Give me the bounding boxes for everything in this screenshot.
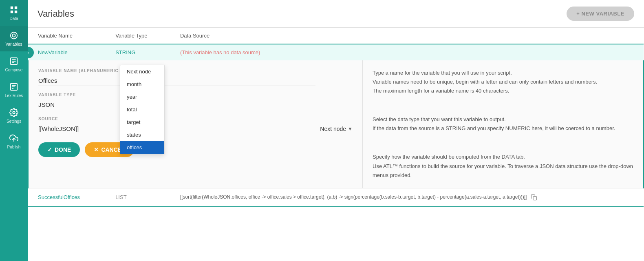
- dropdown-arrow-icon: ▼: [348, 126, 353, 132]
- svg-point-5: [12, 34, 15, 37]
- publish-icon: [9, 133, 19, 143]
- svg-rect-3: [15, 11, 17, 13]
- col-header-name: Variable Name: [28, 28, 106, 44]
- variable-type-field-group: VARIABLE TYPE: [38, 93, 353, 110]
- variables-icon: [9, 31, 19, 40]
- edit-panel-cell: VARIABLE NAME (ALPHANUMERIC ONLY) VARIAB…: [28, 60, 644, 188]
- sidebar-item-variables[interactable]: Variables: [0, 26, 28, 51]
- type-help-text: Select the data type that you want this …: [373, 115, 633, 133]
- main-content: Variables + NEW VARIABLE Variable Name V…: [28, 0, 644, 261]
- name-help-line2: Variable names need to be unique, begin …: [373, 77, 633, 86]
- source-help-text: Specify how the variable should be compu…: [373, 153, 633, 179]
- compose-icon: [9, 56, 19, 66]
- copy-icon[interactable]: [530, 193, 538, 201]
- variables-table: Variable Name Variable Type Data Source …: [28, 28, 644, 207]
- source-input[interactable]: [38, 124, 313, 134]
- dropdown-item-target[interactable]: target: [120, 116, 164, 128]
- edit-help-panel: Type a name for the variable that you wi…: [363, 60, 643, 188]
- sidebar: Data Variables Compose Lex Rules Setting…: [0, 0, 28, 261]
- dropdown-item-offices[interactable]: offices: [120, 141, 164, 154]
- svg-rect-1: [15, 7, 17, 9]
- bottom-row-value: [[sort(filter(WholeJSON.offices, office …: [170, 188, 644, 207]
- name-help-line1: Type a name for the variable that you wi…: [373, 69, 633, 77]
- bottom-row-name: SuccessfulOffices: [28, 188, 106, 207]
- table-row-successful-offices[interactable]: SuccessfulOffices LIST [[sort(filter(Who…: [28, 188, 644, 207]
- source-input-wrap: [38, 124, 313, 134]
- variable-name-label: VARIABLE NAME (ALPHANUMERIC ONLY): [38, 69, 353, 73]
- sidebar-item-compose[interactable]: Compose: [0, 51, 28, 77]
- data-icon: [9, 5, 19, 15]
- expanded-row-name: ‹ NewVariable: [28, 44, 106, 60]
- source-row: Next node ▼: [38, 124, 353, 134]
- variables-table-container: Variable Name Variable Type Data Source …: [28, 28, 644, 261]
- sidebar-variables-label: Variables: [6, 42, 22, 46]
- col-header-source: Data Source: [170, 28, 644, 44]
- type-help-line2: If the data from the source is a STRING …: [373, 124, 633, 133]
- sidebar-data-label: Data: [9, 16, 18, 21]
- col-header-type: Variable Type: [106, 28, 170, 44]
- x-icon: ✕: [94, 146, 99, 153]
- collapse-arrow[interactable]: ‹: [28, 47, 34, 58]
- dropdown-item-next-node[interactable]: Next node: [120, 65, 164, 78]
- edit-panel-row: VARIABLE NAME (ALPHANUMERIC ONLY) VARIAB…: [28, 60, 644, 188]
- dropdown-trigger[interactable]: Next node ▼: [320, 126, 353, 134]
- sidebar-compose-label: Compose: [5, 68, 23, 72]
- variable-name-field-group: VARIABLE NAME (ALPHANUMERIC ONLY): [38, 69, 353, 86]
- dropdown-item-total[interactable]: total: [120, 103, 164, 116]
- sidebar-lex-rules-label: Lex Rules: [5, 93, 23, 98]
- source-help-line2: Use ATL™ functions to build the source f…: [373, 162, 633, 180]
- sidebar-item-publish[interactable]: Publish: [0, 128, 28, 154]
- node-dropdown-menu: Next node month year total target states…: [120, 65, 165, 154]
- checkmark-icon: ✓: [47, 146, 52, 153]
- page-title: Variables: [37, 9, 74, 19]
- svg-rect-2: [11, 11, 13, 13]
- type-help-line1: Select the data type that you want this …: [373, 115, 633, 124]
- done-button[interactable]: ✓ DONE: [38, 142, 80, 157]
- svg-rect-16: [533, 197, 537, 200]
- variable-name-input[interactable]: [38, 75, 315, 86]
- page-header: Variables + NEW VARIABLE: [28, 0, 644, 28]
- dropdown-item-month[interactable]: month: [120, 78, 164, 91]
- action-buttons-row: ✓ DONE ✕ CANCEL Next node: [38, 142, 353, 157]
- dropdown-item-year[interactable]: year: [120, 91, 164, 103]
- table-row-expanded[interactable]: ‹ NewVariable STRING (This variable has …: [28, 44, 644, 60]
- sidebar-settings-label: Settings: [7, 119, 21, 124]
- sidebar-publish-label: Publish: [7, 145, 21, 149]
- dropdown-item-states[interactable]: states: [120, 128, 164, 141]
- settings-icon: [9, 108, 19, 117]
- svg-point-4: [11, 32, 18, 39]
- expanded-row-type: STRING: [106, 44, 170, 60]
- name-help-line3: The maximum length for a variable name i…: [373, 86, 633, 95]
- sidebar-item-data[interactable]: Data: [0, 0, 28, 26]
- new-variable-button[interactable]: + NEW VARIABLE: [567, 7, 634, 21]
- sidebar-item-lex-rules[interactable]: Lex Rules: [0, 77, 28, 103]
- source-label: SOURCE: [38, 117, 353, 121]
- svg-rect-0: [11, 7, 13, 9]
- expanded-row-datasource: (This variable has no data source): [170, 44, 644, 60]
- edit-form: VARIABLE NAME (ALPHANUMERIC ONLY) VARIAB…: [29, 60, 363, 188]
- dropdown-current-value: Next node: [320, 126, 346, 132]
- source-help-line1: Specify how the variable should be compu…: [373, 153, 633, 161]
- variable-type-label: VARIABLE TYPE: [38, 93, 353, 97]
- variable-type-input[interactable]: [38, 100, 315, 110]
- name-help-text: Type a name for the variable that you wi…: [373, 69, 633, 95]
- lex-rules-icon: [9, 82, 19, 92]
- edit-panel: VARIABLE NAME (ALPHANUMERIC ONLY) VARIAB…: [29, 60, 643, 188]
- svg-point-14: [13, 111, 15, 114]
- source-field-group: SOURCE Next node ▼: [38, 117, 353, 134]
- bottom-row-type: LIST: [106, 188, 170, 207]
- sidebar-item-settings[interactable]: Settings: [0, 103, 28, 128]
